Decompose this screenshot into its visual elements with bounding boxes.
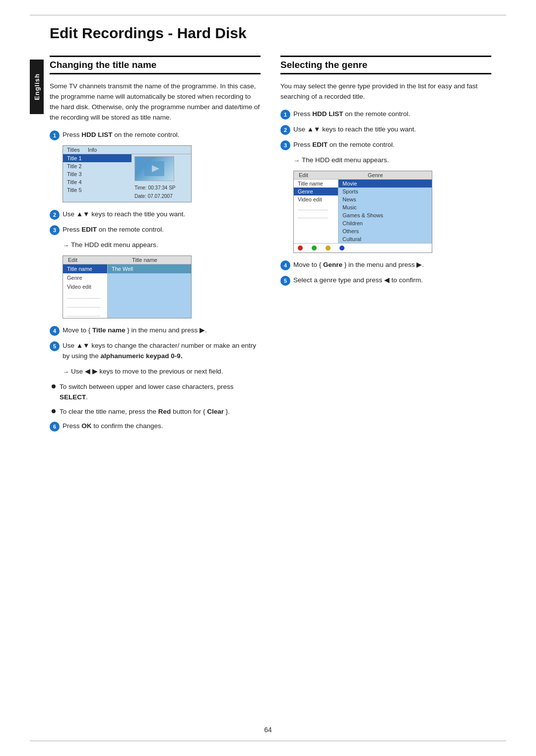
step-4-bold: Title name (92, 326, 126, 334)
arrow-symbol-5: → (63, 367, 69, 377)
titles-info-col: Time: 00:37:34 SP Date: 07.07.2007 (132, 154, 191, 202)
genre-val-0: Movie (338, 180, 432, 188)
step-3-text: Press EDIT on the remote control. (63, 225, 261, 235)
left-step-1: 1 Press HDD LIST on the remote control. (50, 130, 261, 140)
edit-value-0: The Well (108, 264, 191, 273)
genre-screen-header: Edit Genre (294, 171, 432, 180)
step-6-bold: OK (81, 422, 91, 430)
right-step-num-5: 5 (280, 276, 290, 286)
right-step-num-3: 3 (280, 140, 290, 150)
page-number: 64 (264, 726, 272, 734)
right-step-num-1: 1 (280, 110, 290, 120)
bullet-1: To switch between upper and lower case c… (52, 382, 261, 403)
genre-footer (294, 243, 432, 252)
date-label: Date: (134, 193, 148, 199)
right-step-2: 2 Use ▲▼ keys to reach the title you wan… (280, 125, 491, 135)
genre-val-5: Children (338, 219, 432, 227)
step-num-3: 3 (50, 225, 60, 235)
genre-val-2: News (338, 195, 432, 203)
right-step-3-bold: EDIT (312, 141, 328, 148)
bullet-1-text: To switch between upper and lower case c… (60, 382, 261, 403)
titles-row-3: Title 4 (63, 178, 132, 186)
step-num-6: 6 (50, 422, 60, 432)
titles-row-2: Title 3 (63, 170, 132, 178)
bullet-2: To clear the title name, press the Red b… (52, 407, 261, 417)
genre-left-col: Title name Genre Video edit __________ _… (294, 180, 338, 243)
titles-screen-body: Title 1 Title 2 Title 3 Title 4 Title 5 (63, 154, 191, 202)
right-step-2-text: Use ▲▼ keys to reach the title you want. (293, 125, 491, 135)
right-step-4: 4 Move to { Genre } in the menu and pres… (280, 260, 491, 270)
left-step-5: 5 Use ▲▼ keys to change the character/ n… (50, 341, 261, 362)
page-border-top (30, 15, 506, 15)
titles-row-4: Title 5 (63, 186, 132, 194)
step-5-arrow-item: → Use ◀ ▶ keys to move to the previous o… (63, 367, 261, 377)
left-intro-text: Some TV channels transmit the name of th… (50, 81, 261, 123)
step-3-arrow-item: → The HDD edit menu appears. (63, 240, 261, 251)
right-step-num-4: 4 (280, 260, 290, 270)
step-5-arrow-text: Use ◀ ▶ keys to move to the previous or … (71, 367, 223, 377)
english-tab-label: English (33, 73, 41, 100)
titles-thumbnail (134, 156, 174, 181)
genre-val-4: Games & Shows (338, 211, 432, 219)
step-2-text: Use ▲▼ keys to reach the title you want. (63, 209, 261, 220)
edit-screen-body: Title name Genre Video edit ___________ … (63, 264, 191, 318)
step-5-arrow: → Use ◀ ▶ keys to move to the previous o… (63, 367, 261, 377)
genre-dot-blue (339, 246, 344, 251)
main-content: Edit Recordings - Hard Disk Changing the… (50, 25, 491, 437)
genre-dot-green (312, 246, 317, 251)
step-5-text: Use ▲▼ keys to change the character/ num… (63, 341, 261, 362)
left-step-4: 4 Move to { Title name } in the menu and… (50, 325, 261, 336)
titles-screen: Titles Info Title 1 Title 2 Title 3 Titl… (63, 145, 192, 202)
right-step-3: 3 Press EDIT on the remote control. (280, 140, 491, 150)
time-label: Time: (134, 185, 148, 190)
titles-header-left: Titles (63, 146, 84, 154)
step-3-arrow-text: The HDD edit menu appears. (71, 240, 158, 251)
bullet-2-bold: Red (158, 408, 171, 415)
right-step-5-text: Select a genre type and press ◀ to confi… (293, 275, 491, 286)
bullet-1-bold: SELECT (60, 393, 86, 401)
step-num-4: 4 (50, 326, 60, 336)
english-tab: English (30, 60, 44, 114)
edit-row-2: Video edit (63, 282, 107, 291)
genre-screen-body: Title name Genre Video edit __________ _… (294, 180, 432, 243)
edit-header-left: Edit (63, 256, 127, 264)
right-step-3-sub: → The HDD edit menu appears. (293, 155, 491, 166)
edit-right-col: The Well (108, 264, 191, 318)
edit-row-4: ___________ (63, 300, 107, 309)
genre-header-left: Edit (294, 171, 363, 179)
right-step-1: 1 Press HDD LIST on the remote control. (280, 109, 491, 120)
edit-row-0: Title name (63, 264, 107, 273)
right-arrow-symbol-3: → (293, 156, 300, 166)
edit-left-col: Title name Genre Video edit ___________ … (63, 264, 108, 318)
step-1-text: Press HDD LIST on the remote control. (63, 130, 261, 140)
right-step-1-text: Press HDD LIST on the remote control. (293, 109, 491, 120)
right-step-1-bold: HDD LIST (312, 110, 343, 118)
left-section-heading: Changing the title name (50, 56, 261, 74)
step-num-1: 1 (50, 130, 60, 140)
bullet-2-text: To clear the title name, press the Red b… (60, 407, 230, 417)
step-1-bold: HDD LIST (81, 131, 112, 138)
edit-screen: Edit Title name Title name Genre Video e… (63, 255, 192, 318)
genre-right-col: Movie Sports News Music Games & Shows Ch… (338, 180, 432, 243)
titles-screen-header: Titles Info (63, 146, 191, 154)
bullet-dot-2 (52, 409, 56, 413)
titles-info-time: Time: 00:37:34 SP (134, 184, 188, 191)
step-3-arrow: → The HDD edit menu appears. (63, 240, 261, 251)
step-5-bold: alphanumeric keypad 0-9. (101, 352, 183, 360)
col-right: Selecting the genre You may select the g… (280, 56, 491, 437)
titles-row-0: Title 1 (63, 154, 132, 162)
genre-left-row-2: Video edit (294, 195, 338, 203)
genre-left-row-1: Genre (294, 188, 338, 195)
col-left: Changing the title name Some TV channels… (50, 56, 261, 437)
page-title: Edit Recordings - Hard Disk (50, 25, 491, 44)
right-intro-text: You may select the genre type provided i… (280, 81, 491, 102)
edit-row-3: ___________ (63, 291, 107, 300)
right-step-4-text: Move to { Genre } in the menu and press … (293, 260, 491, 270)
genre-val-1: Sports (338, 188, 432, 195)
genre-val-6: Others (338, 227, 432, 235)
genre-screen: Edit Genre Title name Genre Video edit _… (293, 171, 432, 253)
genre-left-row-3: __________ (294, 203, 338, 211)
right-step-3-arrow: → The HDD edit menu appears. (293, 155, 491, 166)
edit-row-5: ___________ (63, 309, 107, 318)
titles-info-date: Date: 07.07.2007 (134, 192, 188, 200)
